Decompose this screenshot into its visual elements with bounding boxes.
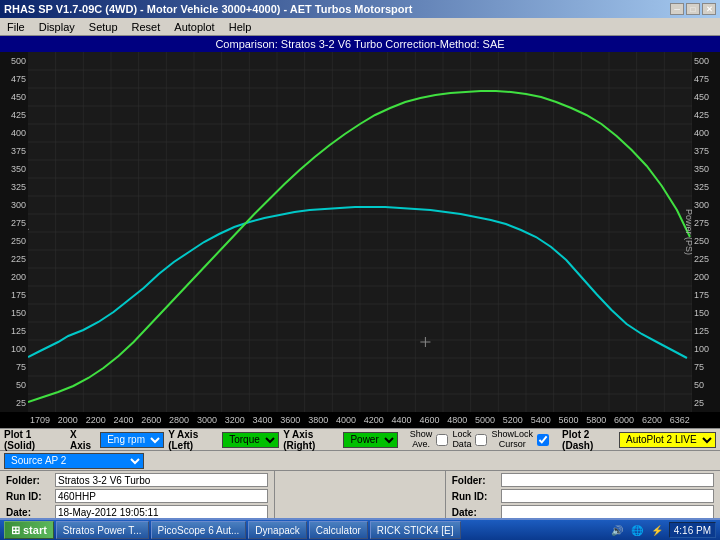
date-row-right: Date: <box>452 505 714 519</box>
tray-icon-2: 🌐 <box>629 522 645 538</box>
yaxis-left-label: Y Axis (Left) <box>168 429 218 451</box>
taskbar-item-stratos-label: Stratos Power T... <box>63 525 142 536</box>
menu-display[interactable]: Display <box>36 20 78 34</box>
folder-row-right: Folder: <box>452 473 714 487</box>
plot1-label: Plot 1 (Solid) <box>4 429 57 451</box>
comparison-bar: Comparison: Stratos 3-2 V6 Turbo Correct… <box>0 36 720 52</box>
minimize-button[interactable]: ─ <box>670 3 684 15</box>
runid-row-right: Run ID: <box>452 489 714 503</box>
start-icon: ⊞ <box>11 524 20 537</box>
folder-value-left: Stratos 3-2 V6 Turbo <box>55 473 268 487</box>
close-button[interactable]: ✕ <box>702 3 716 15</box>
chart-svg <box>28 52 692 412</box>
chart-area: Torque Power (PS) <box>28 52 692 412</box>
menu-autoplot[interactable]: Autoplot <box>171 20 217 34</box>
lock-data-checkbox[interactable] <box>475 434 487 446</box>
menu-file[interactable]: File <box>4 20 28 34</box>
source-row: Source AP 2 <box>0 450 720 470</box>
date-row-left: Date: 18-May-2012 19:05:11 <box>6 505 268 519</box>
tray-icon-1: 🔊 <box>609 522 625 538</box>
taskbar-item-rick-label: RICK STICK4 [E] <box>377 525 454 536</box>
controls-row: Plot 1 (Solid) X Axis Eng rpm Y Axis (Le… <box>0 428 720 450</box>
rpm-labels: 1709 2000 2200 2400 2600 2800 3000 3200 … <box>28 412 692 428</box>
taskbar-item-calculator[interactable]: Calculator <box>309 521 368 539</box>
folder-value-right <box>501 473 714 487</box>
show-ave-col: Show Ave. <box>410 430 433 450</box>
showlock-cursor-checkbox[interactable] <box>537 434 549 446</box>
titlebar-buttons: ─ □ ✕ <box>670 3 716 15</box>
menubar: File Display Setup Reset Autoplot Help <box>0 18 720 36</box>
runid-value-left: 460HHP <box>55 489 268 503</box>
rpm-axis: 1709 2000 2200 2400 2600 2800 3000 3200 … <box>0 412 720 428</box>
date-label-left: Date: <box>6 507 51 518</box>
xaxis-label: X Axis <box>70 429 96 451</box>
lock-data-col: Lock Data <box>452 430 471 450</box>
left-axis: 500 475 450 425 400 375 350 325 300 275 … <box>0 52 28 412</box>
right-axis-label: Power (PS) <box>684 209 692 255</box>
folder-label-left: Folder: <box>6 475 51 486</box>
tray-icon-3: ⚡ <box>649 522 665 538</box>
start-button[interactable]: ⊞ start <box>4 521 54 539</box>
xaxis-select[interactable]: Eng rpm <box>100 432 164 448</box>
date-label-right: Date: <box>452 507 497 518</box>
right-axis: 500 475 450 425 400 375 350 325 300 275 … <box>692 52 720 412</box>
plot2-label: Plot 2 (Dash) <box>562 429 615 451</box>
titlebar-title: RHAS SP V1.7-09C (4WD) - Motor Vehicle 3… <box>4 3 412 15</box>
maximize-button[interactable]: □ <box>686 3 700 15</box>
menu-setup[interactable]: Setup <box>86 20 121 34</box>
date-value-right <box>501 505 714 519</box>
taskbar-item-picoscope-label: PicoScope 6 Aut... <box>158 525 240 536</box>
start-label: start <box>23 524 47 536</box>
source-ap2-select[interactable]: Source AP 2 <box>4 453 144 469</box>
taskbar-item-dynapack[interactable]: Dynapack <box>248 521 306 539</box>
runid-label-right: Run ID: <box>452 491 497 502</box>
comparison-label: Comparison: Stratos 3-2 V6 Turbo Correct… <box>215 38 504 50</box>
yaxis-right-select[interactable]: Power <box>343 432 398 448</box>
taskbar-item-picoscope[interactable]: PicoScope 6 Aut... <box>151 521 247 539</box>
folder-row-left: Folder: Stratos 3-2 V6 Turbo <box>6 473 268 487</box>
taskbar-clock: 4:16 PM <box>669 522 716 538</box>
plot2-select[interactable]: AutoPlot 2 LIVE <box>619 432 716 448</box>
taskbar: ⊞ start Stratos Power T... PicoScope 6 A… <box>0 518 720 540</box>
runid-value-right <box>501 489 714 503</box>
chart-container: 500 475 450 425 400 375 350 325 300 275 … <box>0 52 720 412</box>
runid-row-left: Run ID: 460HHP <box>6 489 268 503</box>
menu-reset[interactable]: Reset <box>129 20 164 34</box>
yaxis-left-select[interactable]: Torque <box>222 432 279 448</box>
taskbar-right: 🔊 🌐 ⚡ 4:16 PM <box>609 522 716 538</box>
taskbar-item-dynapack-label: Dynapack <box>255 525 299 536</box>
left-axis-label: Torque <box>28 218 29 246</box>
runid-label-left: Run ID: <box>6 491 51 502</box>
taskbar-item-rick[interactable]: RICK STICK4 [E] <box>370 521 461 539</box>
folder-label-right: Folder: <box>452 475 497 486</box>
titlebar: RHAS SP V1.7-09C (4WD) - Motor Vehicle 3… <box>0 0 720 18</box>
menu-help[interactable]: Help <box>226 20 255 34</box>
show-ave-checkbox[interactable] <box>436 434 448 446</box>
taskbar-item-calculator-label: Calculator <box>316 525 361 536</box>
date-value-left: 18-May-2012 19:05:11 <box>55 505 268 519</box>
showlock-cursor-col: ShowLock Cursor <box>491 430 533 450</box>
yaxis-right-label: Y Axis (Right) <box>283 429 339 451</box>
taskbar-item-stratos[interactable]: Stratos Power T... <box>56 521 149 539</box>
